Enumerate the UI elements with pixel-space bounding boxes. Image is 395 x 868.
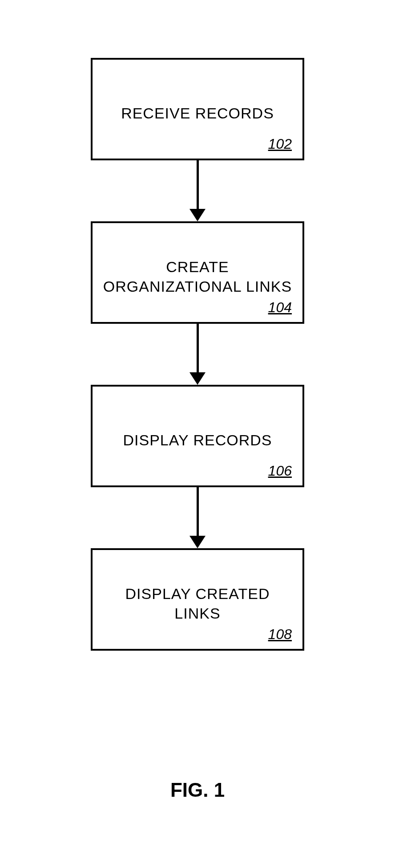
flow-step-108: DISPLAY CREATED LINKS 108	[91, 548, 304, 651]
step-label: RECEIVE RECORDS	[101, 103, 294, 123]
flow-step-102: RECEIVE RECORDS 102	[91, 58, 304, 160]
flow-step-106: DISPLAY RECORDS 106	[91, 385, 304, 487]
arrow-icon	[189, 487, 206, 548]
flowchart: RECEIVE RECORDS 102 CREATEORGANIZATIONAL…	[0, 58, 395, 651]
arrow-icon	[189, 160, 206, 221]
figure-caption: FIG. 1	[0, 779, 395, 801]
figure-page: RECEIVE RECORDS 102 CREATEORGANIZATIONAL…	[0, 0, 395, 868]
step-ref: 102	[268, 136, 292, 152]
flow-step-104: CREATEORGANIZATIONAL LINKS 104	[91, 221, 304, 324]
step-ref: 106	[268, 463, 292, 479]
step-label: DISPLAY CREATED LINKS	[101, 584, 294, 623]
arrow-icon	[189, 324, 206, 385]
step-label: CREATEORGANIZATIONAL LINKS	[101, 257, 294, 296]
step-ref: 104	[268, 299, 292, 316]
step-label: DISPLAY RECORDS	[101, 430, 294, 450]
step-ref: 108	[268, 626, 292, 643]
